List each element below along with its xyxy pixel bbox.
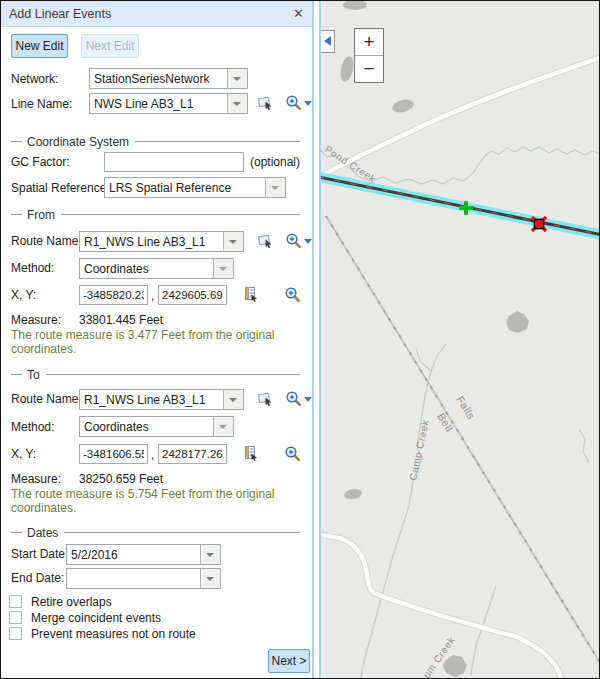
- map-zoom-control: + −: [354, 28, 384, 83]
- line-name-value: NWS Line AB3_L1: [94, 97, 226, 111]
- next-button[interactable]: Next >: [268, 649, 310, 673]
- line-name-dropdown-arrow[interactable]: [227, 94, 247, 113]
- panel-title: Add Linear Events: [9, 7, 111, 21]
- gc-factor-optional-hint: (optional): [250, 155, 300, 169]
- merge-coincident-events-checkbox[interactable]: [9, 611, 22, 624]
- line-name-label: Line Name:: [11, 97, 72, 111]
- to-route-name-label: Route Name:: [11, 392, 82, 406]
- to-method-dropdown-arrow: [213, 417, 233, 436]
- zoom-to-from-route-icon[interactable]: [285, 232, 302, 249]
- from-method-dropdown-arrow: [213, 259, 233, 278]
- collapse-arrow-icon: [324, 36, 331, 46]
- start-date-value: 5/2/2016: [71, 548, 199, 562]
- zoom-to-from-point-icon[interactable]: [284, 286, 301, 303]
- gc-factor-input[interactable]: [104, 152, 244, 172]
- to-y-input[interactable]: [158, 444, 227, 464]
- county-boundary-line: [326, 216, 600, 666]
- to-method-value: Coordinates: [84, 420, 212, 434]
- add-linear-events-panel: Add Linear Events ✕ New Edit Next Edit N…: [1, 1, 312, 678]
- from-title: From: [27, 208, 55, 222]
- new-edit-button[interactable]: New Edit: [11, 34, 68, 58]
- end-date-dropdown-arrow[interactable]: [200, 569, 220, 588]
- to-point-marker: [532, 217, 546, 231]
- from-route-name-label: Route Name:: [11, 234, 82, 248]
- to-title: To: [27, 368, 40, 382]
- from-method-select[interactable]: Coordinates: [79, 258, 234, 279]
- network-dropdown-arrow[interactable]: [227, 69, 247, 88]
- camp-creek-label: Camp Creek: [407, 418, 431, 481]
- spatial-reference-label: Spatial Reference:: [11, 181, 110, 195]
- to-route-name-value: R1_NWS Line AB3_L1: [84, 393, 222, 407]
- zoom-in-button[interactable]: +: [355, 29, 383, 55]
- from-x-input[interactable]: [79, 285, 148, 305]
- to-xy-comma: ,: [151, 448, 154, 462]
- panel-splitter[interactable]: [312, 1, 321, 678]
- from-route-name-select[interactable]: R1_NWS Line AB3_L1: [79, 231, 244, 252]
- dates-separator: Dates: [11, 525, 300, 540]
- to-separator: To: [11, 367, 300, 382]
- from-measure-note: The route measure is 3.477 Feet from the…: [11, 328, 307, 356]
- from-measure-value: 33801.445 Feet: [79, 313, 163, 327]
- to-method-label: Method:: [11, 420, 54, 434]
- start-date-dropdown-arrow[interactable]: [200, 545, 220, 564]
- end-date-select[interactable]: [66, 568, 221, 589]
- zoom-options-caret-icon[interactable]: [304, 101, 312, 106]
- screenshot-root: Add Linear Events ✕ New Edit Next Edit N…: [0, 0, 600, 679]
- zoom-to-to-route-icon[interactable]: [285, 390, 302, 407]
- zoom-to-to-point-icon[interactable]: [284, 445, 301, 462]
- pick-from-coordinate-icon[interactable]: [243, 286, 260, 303]
- from-route-name-value: R1_NWS Line AB3_L1: [84, 235, 222, 249]
- from-measure-label: Measure:: [11, 313, 61, 327]
- to-measure-value: 38250.659 Feet: [79, 472, 163, 486]
- start-date-select[interactable]: 5/2/2016: [66, 544, 221, 565]
- close-icon[interactable]: ✕: [293, 6, 304, 21]
- coordinate-system-title: Coordinate System: [27, 135, 129, 149]
- from-route-dropdown-arrow[interactable]: [223, 232, 243, 251]
- to-route-dropdown-arrow[interactable]: [223, 390, 243, 409]
- from-y-input[interactable]: [158, 285, 227, 305]
- from-zoom-options-caret-icon[interactable]: [304, 239, 312, 244]
- line-name-select[interactable]: NWS Line AB3_L1: [89, 93, 248, 114]
- to-zoom-options-caret-icon[interactable]: [304, 397, 312, 402]
- bell-county-label: Bell: [435, 411, 456, 434]
- from-xy-comma: ,: [151, 289, 154, 303]
- from-separator: From: [11, 207, 300, 222]
- collapse-panel-button[interactable]: [321, 30, 335, 53]
- zoom-to-line-icon[interactable]: [285, 94, 302, 111]
- prevent-measures-checkbox[interactable]: [9, 627, 22, 640]
- gc-factor-label: GC Factor:: [11, 155, 70, 169]
- to-route-name-select[interactable]: R1_NWS Line AB3_L1: [79, 389, 244, 410]
- panel-header: Add Linear Events ✕: [1, 1, 312, 27]
- coordinate-system-separator: Coordinate System: [11, 134, 300, 149]
- network-select[interactable]: StationSeriesNetwork: [89, 68, 248, 89]
- map-canvas: Pond Creek Falls Bell Camp Creek um Cree…: [321, 1, 600, 678]
- start-date-label: Start Date:: [11, 547, 68, 561]
- to-method-select[interactable]: Coordinates: [79, 416, 234, 437]
- spatial-reference-value: LRS Spatial Reference: [109, 181, 264, 195]
- pick-to-coordinate-icon[interactable]: [243, 445, 260, 462]
- falls-county-label: Falls: [454, 394, 478, 422]
- spatial-reference-dropdown-arrow: [265, 178, 285, 197]
- prevent-measures-label: Prevent measures not on route: [31, 627, 196, 641]
- select-from-route-on-map-icon[interactable]: [258, 233, 275, 250]
- spatial-reference-select: LRS Spatial Reference: [104, 177, 286, 198]
- merge-coincident-events-label: Merge coincident events: [31, 611, 161, 625]
- network-value: StationSeriesNetwork: [94, 72, 226, 86]
- zoom-out-button[interactable]: −: [355, 55, 383, 82]
- to-measure-note: The route measure is 5.754 Feet from the…: [11, 487, 307, 515]
- retire-overlaps-checkbox[interactable]: [9, 595, 22, 608]
- select-line-on-map-icon[interactable]: [258, 95, 275, 112]
- network-label: Network:: [11, 72, 58, 86]
- end-date-label: End Date:: [11, 571, 64, 585]
- to-xy-label: X, Y:: [11, 447, 36, 461]
- to-x-input[interactable]: [79, 444, 148, 464]
- from-xy-label: X, Y:: [11, 288, 36, 302]
- dates-title: Dates: [27, 526, 58, 540]
- to-measure-label: Measure:: [11, 472, 61, 486]
- next-edit-button: Next Edit: [81, 34, 139, 58]
- from-method-value: Coordinates: [84, 262, 212, 276]
- map-view[interactable]: Pond Creek Falls Bell Camp Creek um Cree…: [321, 1, 600, 678]
- from-method-label: Method:: [11, 261, 54, 275]
- select-to-route-on-map-icon[interactable]: [258, 391, 275, 408]
- retire-overlaps-label: Retire overlaps: [31, 595, 112, 609]
